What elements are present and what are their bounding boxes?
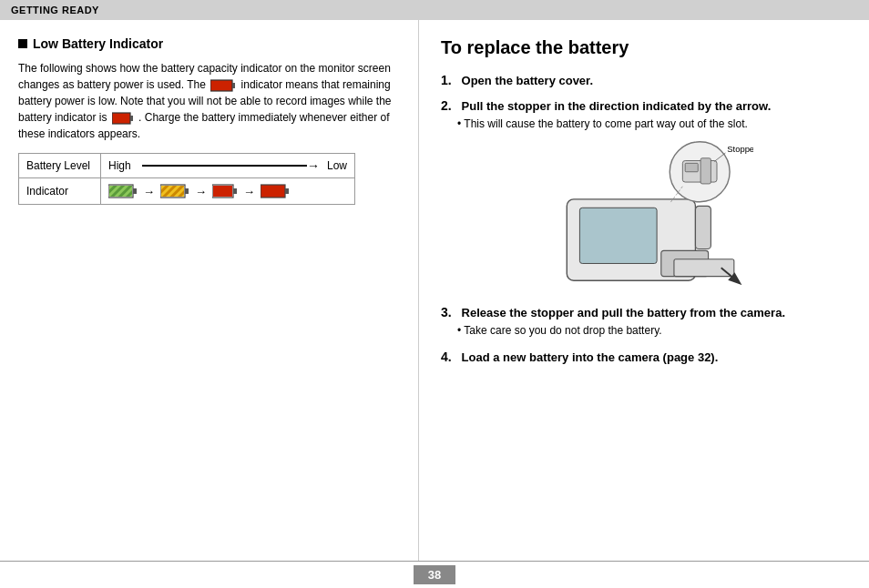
svg-rect-20	[261, 186, 284, 197]
line-left	[142, 165, 307, 167]
arrow-1: →	[143, 185, 155, 198]
step-1: 1. Open the battery cover.	[441, 73, 847, 87]
svg-rect-21	[285, 188, 289, 194]
step-1-text: Open the battery cover.	[462, 74, 594, 87]
step-3: 3. Release the stopper and pull the batt…	[441, 305, 847, 339]
content-area: Low Battery Indicator The following show…	[0, 20, 869, 561]
high-label: High	[108, 159, 131, 172]
footer: 38	[0, 561, 869, 588]
arrow-3: →	[243, 185, 255, 198]
step-2-text: Pull the stopper in the direction indica…	[462, 99, 772, 113]
indicator-label: Indicator	[19, 178, 101, 205]
svg-rect-9	[133, 188, 137, 194]
svg-rect-31	[700, 158, 711, 184]
svg-rect-17	[213, 186, 232, 197]
battery-level-range: High → Low	[101, 154, 355, 178]
svg-rect-15	[185, 188, 189, 194]
battery-level-label: Battery Level	[19, 154, 101, 178]
svg-rect-24	[695, 206, 711, 248]
svg-rect-1	[232, 83, 235, 88]
header-bar: GETTING READY	[0, 0, 869, 20]
svg-rect-12	[161, 186, 184, 197]
table-row-indicator: Indicator	[19, 178, 355, 205]
stopper-label: Stopper	[727, 144, 753, 154]
step-3-number: 3.	[441, 305, 452, 319]
step-4-number: 4.	[441, 350, 452, 364]
step-1-number: 1.	[441, 73, 452, 87]
header-title: GETTING READY	[11, 5, 99, 15]
inline-battery-icon-2	[112, 112, 134, 125]
indicator-row: →	[108, 183, 347, 199]
right-column: To replace the battery 1. Open the batte…	[419, 20, 869, 561]
svg-rect-3	[130, 116, 133, 121]
battery-icon-red-partial	[212, 183, 238, 199]
step-4: 4. Load a new battery into the camera (p…	[441, 350, 847, 364]
step-3-text: Release the stopper and pull the battery…	[462, 306, 785, 319]
section-title-text: Low Battery Indicator	[33, 36, 163, 51]
table-row-level: Battery Level High → Low	[19, 154, 355, 178]
inline-battery-icon-1	[210, 79, 236, 92]
step-3-sub: Take care so you do not drop the battery…	[457, 323, 847, 339]
camera-svg: Stopper	[535, 139, 753, 285]
svg-rect-30	[685, 163, 698, 171]
section-title: Low Battery Indicator	[18, 36, 400, 51]
page-number: 38	[414, 565, 455, 584]
arrow-2: →	[195, 185, 207, 198]
low-label: Low	[327, 159, 347, 172]
arrow-row: High → Low	[108, 158, 347, 173]
left-column: Low Battery Indicator The following show…	[0, 20, 419, 561]
step-2: 2. Pull the stopper in the direction ind…	[441, 98, 847, 294]
step-2-sub: This will cause the battery to come part…	[457, 117, 847, 132]
bullet-icon	[18, 39, 27, 48]
arrow-right-icon: →	[307, 158, 320, 173]
svg-rect-0	[210, 80, 232, 91]
svg-rect-2	[112, 113, 130, 124]
battery-icon-green	[108, 183, 138, 199]
replace-battery-title: To replace the battery	[441, 36, 847, 58]
svg-rect-26	[674, 259, 734, 277]
svg-rect-18	[233, 188, 237, 194]
svg-rect-23	[579, 208, 657, 263]
page-container: GETTING READY Low Battery Indicator The …	[0, 0, 869, 588]
indicator-icons: →	[101, 178, 355, 205]
battery-icon-red-full	[261, 183, 290, 199]
battery-table: Battery Level High → Low Indicato	[18, 153, 355, 205]
step-2-number: 2.	[441, 98, 452, 113]
battery-icon-yellow	[160, 183, 189, 199]
svg-rect-6	[109, 186, 132, 197]
camera-diagram: Stopper	[441, 139, 847, 294]
arrow-line: →	[142, 158, 320, 173]
step-4-text: Load a new battery into the camera (page…	[462, 350, 719, 364]
body-text: The following shows how the battery capa…	[18, 60, 400, 142]
